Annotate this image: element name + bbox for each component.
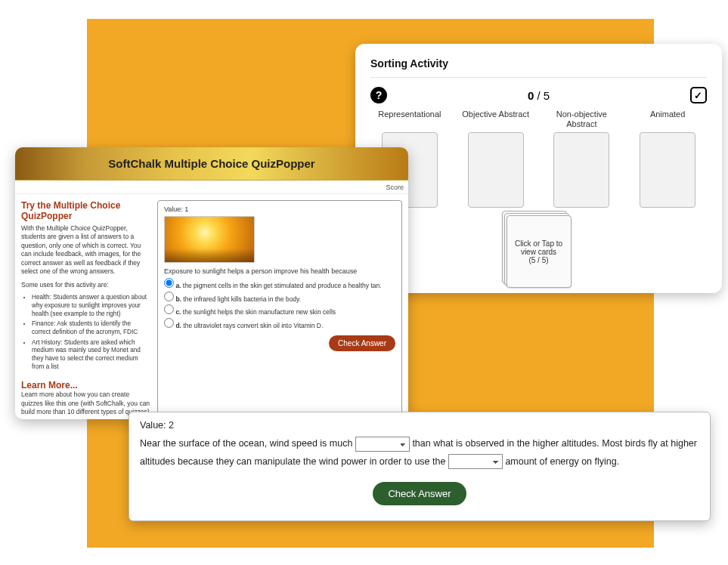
list-item: Finance: Ask students to identify the co… [32,320,151,336]
uses-intro: Some uses for this activity are: [21,281,151,289]
score-total: 5 [544,89,550,102]
list-item: Art History: Students are asked which me… [32,339,151,372]
drop-zone[interactable] [468,132,524,208]
score-label: Score [386,184,404,191]
deck-label: Click or Tap to view cards (5 / 5) [510,239,568,264]
score-current: 0 [528,89,534,102]
check-answer-button[interactable]: Check Answer [329,335,395,351]
sorting-activity-panel: Sorting Activity ? 0 / 5 ✓ Representatio… [355,44,722,293]
sidebar-heading: Try the Multiple Choice QuizPopper [21,200,151,221]
option-a[interactable]: a. the pigment cells in the skin get sti… [164,278,395,292]
quiz-image-sun [164,216,255,263]
sc-sentence: Near the surface of the ocean, wind spee… [140,435,699,471]
deck-top-card[interactable]: Click or Tap to view cards (5 / 5) [507,215,572,288]
bin-animated[interactable]: Animated [628,110,707,208]
card-deck[interactable]: Click or Tap to view cards (5 / 5) [507,215,572,288]
quiz-question: Exposure to sunlight helps a person impr… [164,267,395,275]
quiz-value: Value: 1 [164,205,395,213]
blank-2-select[interactable] [448,454,503,469]
divider [370,77,707,78]
radio-input[interactable] [164,278,174,288]
bin-label: Representational [370,110,449,129]
sentence-completion-panel: Value: 2 Near the surface of the ocean, … [129,412,711,521]
sorting-bins: Representational Objective Abstract Non-… [370,110,707,208]
sc-segment-3: amount of energy on flying. [505,456,619,467]
drop-zone[interactable] [553,132,609,208]
radio-input[interactable] [164,304,174,314]
quizpopper-panel: SoftChalk Multiple Choice QuizPopper Sco… [15,147,408,419]
sc-value: Value: 2 [140,420,699,431]
uses-list: Health: Students answer a question about… [32,294,151,371]
quiz-box: Value: 1 Exposure to sunlight helps a pe… [157,200,402,419]
option-c[interactable]: c. the sunlight helps the skin manufactu… [164,304,395,318]
bin-nonobjective-abstract[interactable]: Non-objective Abstract [543,110,621,208]
check-answer-button[interactable]: Check Answer [373,482,466,505]
sc-segment-1: Near the surface of the ocean, wind spee… [140,438,355,449]
option-d[interactable]: d. the ultraviolet rays convert skin oil… [164,318,395,332]
radio-input[interactable] [164,318,174,328]
learn-more-heading: Learn More... [21,380,151,391]
blank-1-select[interactable] [355,437,410,452]
sorting-title: Sorting Activity [370,57,707,69]
quiz-options: a. the pigment cells in the skin get sti… [164,278,395,331]
submit-check-icon[interactable]: ✓ [690,87,707,103]
drop-zone[interactable] [640,132,695,208]
bin-label: Objective Abstract [457,110,535,129]
sidebar-intro: With the Multiple Choice QuizPopper, stu… [21,224,151,276]
quizpopper-banner: SoftChalk Multiple Choice QuizPopper [15,147,408,181]
radio-input[interactable] [164,292,174,301]
bin-label: Animated [628,110,707,129]
quizpopper-sidebar: Try the Multiple Choice QuizPopper With … [21,200,151,419]
list-item: Health: Students answer a question about… [32,294,151,318]
bin-objective-abstract[interactable]: Objective Abstract [457,110,535,208]
help-icon[interactable]: ? [370,87,387,103]
bin-label: Non-objective Abstract [543,110,621,129]
option-b[interactable]: b. the infrared light kills bacteria in … [164,292,395,305]
sorting-score: 0 / 5 [528,89,550,102]
